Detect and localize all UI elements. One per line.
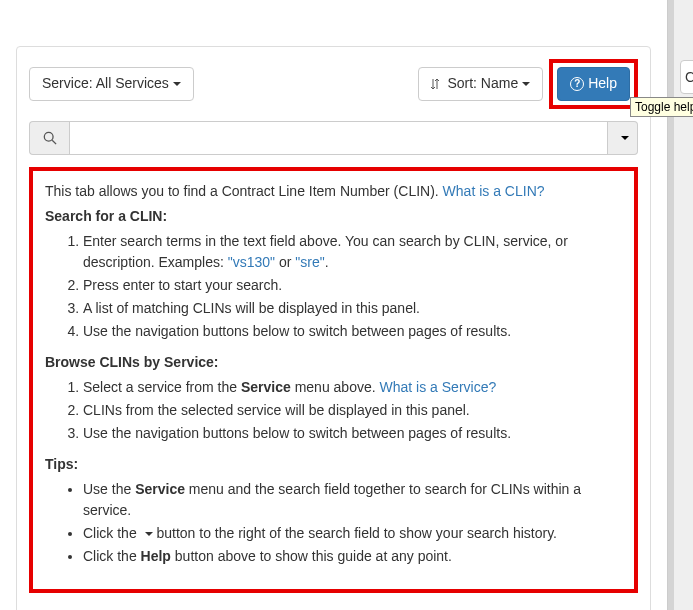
question-circle-icon: ?	[570, 77, 584, 91]
help-search-step: Press enter to start your search.	[83, 275, 622, 296]
example-link-1[interactable]: "vs130"	[228, 254, 275, 270]
svg-point-0	[44, 132, 53, 141]
help-content-box: This tab allows you to find a Contract L…	[29, 167, 638, 593]
sort-label: Sort: Name	[447, 74, 518, 94]
help-label: Help	[588, 74, 617, 94]
help-search-step: A list of matching CLINs will be display…	[83, 298, 622, 319]
search-icon	[43, 131, 57, 145]
caret-down-icon	[173, 82, 181, 86]
search-bar	[29, 121, 638, 155]
help-search-step: Use the navigation buttons below to swit…	[83, 321, 622, 342]
clear-button-partial[interactable]: Cle	[680, 60, 693, 94]
help-browse-heading: Browse CLINs by Service:	[45, 354, 219, 370]
help-search-heading: Search for a CLIN:	[45, 208, 167, 224]
caret-down-icon	[522, 82, 530, 86]
help-highlight-box: ? Help	[549, 59, 638, 109]
help-browse-step: CLINs from the selected service will be …	[83, 400, 622, 421]
caret-down-icon	[145, 532, 153, 536]
service-filter-label: Service: All Services	[42, 74, 169, 94]
service-filter-button[interactable]: Service: All Services	[29, 67, 194, 101]
help-tips-heading: Tips:	[45, 456, 78, 472]
search-input[interactable]	[69, 121, 608, 155]
what-is-service-link[interactable]: What is a Service?	[380, 379, 497, 395]
sort-icon	[431, 78, 443, 90]
help-button[interactable]: ? Help	[557, 67, 630, 101]
help-browse-step: Select a service from the Service menu a…	[83, 377, 622, 398]
caret-down-icon	[621, 136, 629, 140]
help-tip: Click the Help button above to show this…	[83, 546, 622, 567]
help-tip: Click the button to the right of the sea…	[83, 523, 622, 544]
svg-line-1	[52, 140, 56, 144]
example-link-2[interactable]: "sre"	[295, 254, 324, 270]
search-history-dropdown[interactable]	[608, 121, 638, 155]
help-search-step: Enter search terms in the text field abo…	[83, 231, 622, 273]
help-tip: Use the Service menu and the search fiel…	[83, 479, 622, 521]
sort-button[interactable]: Sort: Name	[418, 67, 543, 101]
help-tooltip: Toggle help te	[630, 97, 693, 117]
help-intro-text: This tab allows you to find a Contract L…	[45, 183, 443, 199]
what-is-clin-link[interactable]: What is a CLIN?	[443, 183, 545, 199]
help-browse-step: Use the navigation buttons below to swit…	[83, 423, 622, 444]
toolbar: Service: All Services Sort: Name ? Help	[29, 59, 638, 109]
search-button[interactable]	[29, 121, 69, 155]
